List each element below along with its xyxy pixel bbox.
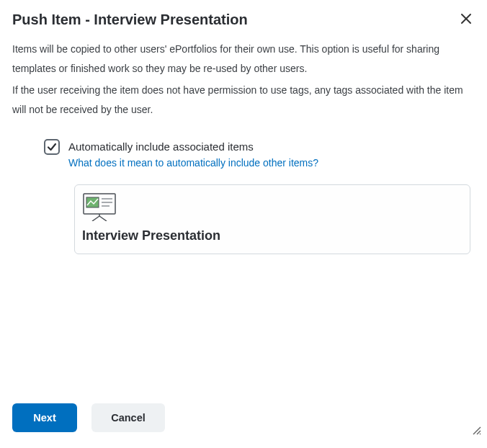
next-button[interactable]: Next	[12, 403, 77, 432]
presentation-icon	[82, 192, 463, 224]
dialog-body: Items will be copied to other users' ePo…	[0, 30, 487, 254]
dialog-header: Push Item - Interview Presentation	[0, 0, 487, 30]
resize-handle[interactable]	[471, 425, 481, 438]
auto-include-help-link[interactable]: What does it mean to automatically inclu…	[68, 157, 318, 169]
svg-line-12	[480, 434, 481, 434]
dialog-footer: Next Cancel	[12, 403, 165, 432]
description-paragraph-1: Items will be copied to other users' ePo…	[12, 40, 475, 78]
auto-include-texts: Automatically include associated items W…	[68, 139, 318, 169]
resize-handle-icon	[471, 425, 481, 437]
auto-include-checkbox[interactable]	[44, 139, 60, 155]
svg-line-8	[92, 216, 99, 221]
dialog-title: Push Item - Interview Presentation	[12, 10, 248, 29]
cancel-button[interactable]: Cancel	[91, 403, 165, 432]
svg-line-9	[99, 216, 107, 221]
push-item-dialog: Push Item - Interview Presentation Items…	[0, 0, 487, 448]
auto-include-option: Automatically include associated items W…	[12, 139, 475, 169]
close-button[interactable]	[457, 10, 475, 30]
item-name: Interview Presentation	[82, 228, 463, 243]
item-card: Interview Presentation	[74, 184, 470, 254]
auto-include-label: Automatically include associated items	[68, 139, 318, 154]
description-paragraph-2: If the user receiving the item does not …	[12, 81, 475, 119]
svg-line-10	[473, 427, 481, 434]
close-icon	[460, 13, 472, 27]
checkmark-icon	[47, 142, 57, 152]
